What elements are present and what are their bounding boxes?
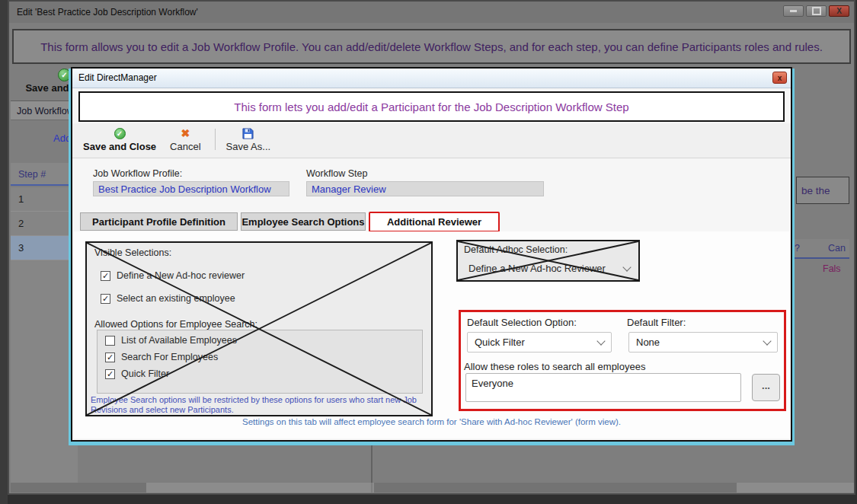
checkbox-checked-icon: ✓ — [101, 294, 110, 304]
scrollbar-thumb[interactable] — [374, 483, 737, 493]
window-controls: X — [783, 5, 849, 17]
allow-roles-label: Allow these roles to search all employee… — [464, 361, 645, 372]
dialog-titlebar: Edit DirectManager — [72, 69, 791, 88]
select-existing-employee-checkbox[interactable]: ✓ Select an existing employee — [101, 293, 235, 304]
question-column-header: ? — [795, 243, 800, 254]
bg-add-link[interactable]: Add — [53, 132, 71, 144]
outer-window-titlebar: Edit 'Best Practice Job Description Work… — [9, 2, 854, 23]
table-row[interactable]: 1 — [11, 187, 78, 212]
employee-search-note: Employee Search options will be restrict… — [91, 395, 427, 414]
outer-form-banner-text: This form allows you to edit a Job Workf… — [40, 40, 823, 53]
chevron-down-icon — [596, 337, 605, 345]
dialog-toolbar: ✓ Save and Close ✖ Cancel Save As... — [72, 123, 791, 158]
close-button[interactable]: X — [829, 5, 849, 17]
allowed-options-title: Allowed Options for Employee Search: — [94, 319, 257, 330]
maximize-icon — [812, 7, 821, 15]
quick-filter-checkbox[interactable]: ✓ Quick Filter — [105, 368, 169, 379]
checkbox-checked-icon: ✓ — [101, 271, 110, 281]
default-selection-option-label: Default Selection Option: — [467, 317, 577, 328]
save-as-button[interactable]: Save As... — [226, 127, 271, 152]
search-for-employees-checkbox[interactable]: ✓ Search For Employees — [105, 352, 218, 362]
default-adhoc-dropdown[interactable]: Define a New Ad-hoc Reviewer — [468, 263, 630, 274]
checkbox-checked-icon: ✓ — [105, 352, 115, 362]
define-adhoc-reviewer-checkbox[interactable]: ✓ Define a New Ad-hoc reviewer — [101, 270, 245, 281]
roles-browse-button[interactable]: ... — [752, 374, 780, 401]
list-available-employees-checkbox[interactable]: List of Available Employees — [105, 335, 237, 346]
tab-participant-profile-definition[interactable]: Participant Profile Definition — [80, 212, 238, 231]
left-horizontal-scrollbar[interactable] — [11, 483, 371, 493]
table-row[interactable]: 2 — [11, 212, 78, 236]
job-workflow-profile-label: Job Workflow Profile: — [93, 168, 182, 179]
close-icon: x — [778, 74, 782, 82]
dialog-title: Edit DirectManager — [78, 69, 157, 88]
check-circle-icon: ✓ — [114, 128, 126, 139]
scrollbar-thumb[interactable] — [11, 483, 146, 493]
default-adhoc-panel: Default Adhoc Selection: Define a New Ad… — [456, 240, 640, 282]
default-adhoc-label: Default Adhoc Selection: — [464, 244, 568, 255]
right-horizontal-scrollbar[interactable] — [373, 483, 854, 493]
chevron-down-icon — [622, 263, 631, 271]
checkbox-checked-icon: ✓ — [105, 369, 115, 379]
tab-employee-search-options[interactable]: Employee Search Options — [241, 212, 366, 231]
bg-truncated-text-box: be the — [796, 177, 849, 204]
tab-additional-reviewer-options[interactable]: Additional Reviewer Options — [369, 212, 500, 232]
toolbar-separator — [215, 129, 216, 150]
edit-participant-dialog: Edit DirectManager x This form lets you … — [71, 67, 792, 442]
bg-save-and-close-button[interactable]: Save and — [15, 82, 79, 94]
dialog-banner-text: This form lets you add/edit a Participan… — [234, 100, 628, 113]
table-row-selected[interactable]: 3 — [11, 236, 78, 260]
minimize-button[interactable] — [783, 5, 804, 17]
step-column-header: Step # — [11, 163, 78, 186]
save-check-icon: ✓ — [58, 69, 71, 81]
floppy-disk-icon — [242, 127, 254, 139]
checkbox-unchecked-icon — [105, 336, 115, 346]
close-icon: X — [836, 7, 842, 15]
screen: Edit 'Best Practice Job Description Work… — [0, 0, 857, 504]
default-selection-option-dropdown[interactable]: Quick Filter — [467, 332, 612, 352]
workflow-step-label: Workflow Step — [306, 168, 367, 179]
default-filter-label: Default Filter: — [627, 317, 686, 328]
outer-form-banner: This form allows you to edit a Job Workf… — [12, 29, 851, 64]
bg-false-value: Fals — [823, 263, 841, 274]
visible-selections-panel: Visible Selections: ✓ Define a New Ad-ho… — [85, 241, 433, 416]
workflow-step-field: Manager Review — [306, 181, 544, 196]
dialog-close-button[interactable]: x — [772, 72, 787, 84]
outer-window-title: Edit 'Best Practice Job Description Work… — [17, 2, 198, 23]
cancel-x-icon: ✖ — [181, 128, 190, 139]
panel-divider — [371, 443, 373, 483]
cancel-button[interactable]: ✖ Cancel — [170, 127, 200, 152]
bg-job-workflow-field: Job Workflow — [11, 100, 78, 120]
maximize-button[interactable] — [806, 5, 827, 17]
can-column-header: Can — [828, 243, 846, 254]
roles-input[interactable]: Everyone — [465, 373, 741, 402]
tab-footer-note: Settings on this tab will affect employe… — [72, 417, 791, 426]
job-workflow-profile-field: Best Practice Job Description Workflow — [93, 181, 289, 196]
default-filter-dropdown[interactable]: None — [628, 332, 778, 352]
chevron-down-icon — [763, 337, 771, 345]
dialog-banner: This form lets you add/edit a Participan… — [78, 91, 785, 122]
bg-grid-headers: ? Can — [791, 239, 849, 259]
visible-selections-title: Visible Selections: — [94, 247, 171, 258]
reviewer-options-highlight-box: Default Selection Option: Quick Filter D… — [459, 310, 786, 411]
allowed-options-group: List of Available Employees ✓ Search For… — [97, 330, 423, 394]
save-and-close-button[interactable]: ✓ Save and Close — [83, 127, 156, 152]
minimize-icon — [790, 10, 797, 12]
underlying-page-edge — [0, 0, 8, 504]
table-empty-area — [11, 260, 78, 483]
